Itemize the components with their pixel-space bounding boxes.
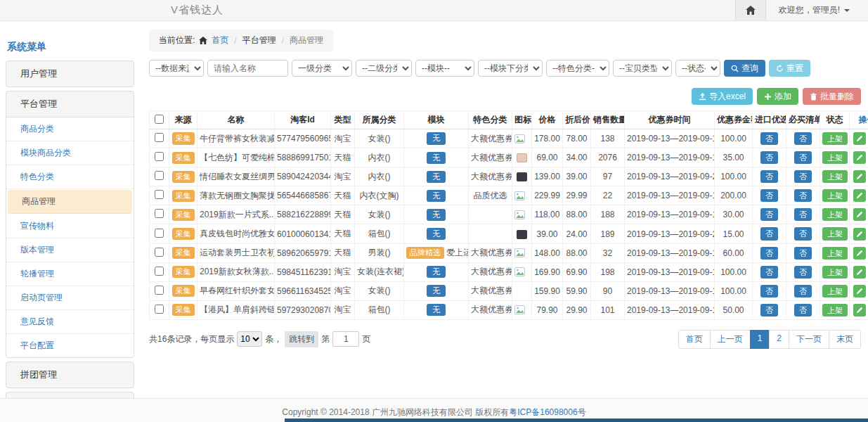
import-select-toggle[interactable]: 否 bbox=[760, 151, 778, 164]
pager-item-末页[interactable]: 末页 bbox=[829, 330, 861, 349]
edit-button[interactable] bbox=[853, 208, 866, 221]
per-page-select[interactable]: 10 bbox=[237, 331, 262, 347]
row-checkbox[interactable] bbox=[155, 229, 164, 238]
sidebar-item-启动页管理[interactable]: 启动页管理 bbox=[6, 286, 134, 310]
row-checkbox[interactable] bbox=[155, 248, 164, 257]
sidebar-item-轮播管理[interactable]: 轮播管理 bbox=[6, 262, 134, 286]
import-select-toggle[interactable]: 否 bbox=[760, 266, 778, 279]
status-toggle[interactable]: 上架 bbox=[822, 227, 848, 240]
row-checkbox[interactable] bbox=[155, 171, 164, 180]
must-buy-toggle[interactable]: 否 bbox=[794, 189, 812, 202]
import-select-toggle[interactable]: 否 bbox=[760, 170, 778, 183]
must-buy-toggle[interactable]: 否 bbox=[794, 132, 812, 145]
row-checkbox[interactable] bbox=[155, 190, 164, 199]
sidebar-item-意见反馈[interactable]: 意见反馈 bbox=[6, 310, 134, 334]
row-checkbox[interactable] bbox=[155, 152, 164, 161]
status-toggle[interactable]: 上架 bbox=[822, 247, 848, 260]
must-buy-toggle[interactable]: 否 bbox=[794, 208, 812, 221]
filter-select-2[interactable]: --二级分类-- bbox=[356, 60, 412, 77]
sidebar-item-平台配置[interactable]: 平台配置 bbox=[6, 334, 134, 357]
breadcrumb-home-link[interactable]: 首页 bbox=[212, 34, 228, 46]
filter-selects: 一级分类--二级分类----模块----模块下分类----特色分类----宝贝类… bbox=[292, 60, 720, 77]
jump-button[interactable]: 跳转到 bbox=[285, 331, 318, 347]
status-toggle[interactable]: 上架 bbox=[822, 170, 848, 183]
edit-button[interactable] bbox=[853, 285, 866, 298]
reset-button[interactable]: 重置 bbox=[769, 60, 810, 77]
must-buy-toggle[interactable]: 否 bbox=[794, 227, 812, 240]
import-excel-button[interactable]: 导入excel bbox=[692, 88, 753, 105]
source-cell: 采集 bbox=[169, 300, 197, 319]
data-source-select[interactable]: --数据来源-- bbox=[149, 60, 204, 77]
filter-select-1[interactable]: 一级分类 bbox=[292, 60, 352, 77]
sidebar-group-拼团管理[interactable]: 拼团管理 bbox=[6, 362, 134, 388]
import-select-toggle[interactable]: 否 bbox=[760, 247, 778, 260]
sidebar-item-特色分类[interactable]: 特色分类 bbox=[6, 165, 134, 189]
edit-button[interactable] bbox=[853, 170, 866, 183]
filter-select-7[interactable]: --状态-- bbox=[675, 60, 720, 77]
status-toggle[interactable]: 上架 bbox=[822, 151, 848, 164]
search-button[interactable]: 查询 bbox=[724, 60, 765, 77]
add-button[interactable]: 添加 bbox=[757, 88, 798, 105]
product-thumbnail bbox=[517, 153, 527, 162]
edit-button[interactable] bbox=[853, 189, 866, 202]
edit-button[interactable] bbox=[853, 304, 866, 316]
sidebar-group-用户管理[interactable]: 用户管理 bbox=[6, 61, 134, 87]
status-toggle[interactable]: 上架 bbox=[822, 132, 848, 145]
sidebar-item-宣传物料[interactable]: 宣传物料 bbox=[6, 215, 134, 238]
must-buy-toggle[interactable]: 否 bbox=[794, 151, 812, 164]
pager-item-1[interactable]: 1 bbox=[750, 330, 770, 349]
actions-cell bbox=[850, 224, 868, 243]
filter-select-5[interactable]: --特色分类-- bbox=[546, 60, 609, 77]
edit-button[interactable] bbox=[853, 266, 866, 279]
import-select-toggle[interactable]: 否 bbox=[760, 227, 778, 240]
filter-select-3[interactable]: --模块-- bbox=[415, 60, 474, 77]
must-buy-toggle[interactable]: 否 bbox=[794, 304, 812, 316]
must-buy-toggle[interactable]: 否 bbox=[794, 285, 812, 298]
pager-item-2[interactable]: 2 bbox=[769, 330, 789, 349]
pager-item-首页[interactable]: 首页 bbox=[678, 330, 711, 349]
price-cell: 148.00 bbox=[532, 243, 563, 262]
row-checkbox[interactable] bbox=[155, 286, 164, 295]
sidebar-item-商品分类[interactable]: 商品分类 bbox=[6, 117, 134, 141]
pager-item-上一页[interactable]: 上一页 bbox=[710, 330, 751, 349]
batch-delete-button[interactable]: 批量删除 bbox=[803, 88, 861, 105]
import-select-toggle[interactable]: 否 bbox=[760, 304, 778, 316]
user-menu[interactable]: 欢迎您，管理员! bbox=[766, 4, 868, 16]
select-all-checkbox[interactable] bbox=[155, 115, 164, 124]
home-button[interactable] bbox=[735, 0, 766, 20]
sidebar-item-版本管理[interactable]: 版本管理 bbox=[6, 238, 134, 262]
pager-item-下一页[interactable]: 下一页 bbox=[789, 330, 829, 349]
row-checkbox[interactable] bbox=[155, 267, 164, 276]
module-cell: 无 bbox=[404, 129, 469, 148]
must-buy-toggle[interactable]: 否 bbox=[794, 170, 812, 183]
edit-button[interactable] bbox=[853, 228, 866, 241]
sidebar-group-平台管理[interactable]: 平台管理 bbox=[6, 91, 134, 117]
status-toggle[interactable]: 上架 bbox=[822, 189, 848, 202]
status-toggle[interactable]: 上架 bbox=[822, 208, 848, 221]
status-cell: 上架 bbox=[820, 186, 850, 205]
import-select-toggle[interactable]: 否 bbox=[760, 285, 778, 298]
sidebar-item-商品管理[interactable]: 商品管理 bbox=[8, 190, 132, 214]
sidebar-item-模块商品分类[interactable]: 模块商品分类 bbox=[6, 141, 134, 165]
must-buy-toggle[interactable]: 否 bbox=[794, 266, 812, 279]
edit-button[interactable] bbox=[853, 151, 866, 164]
row-checkbox[interactable] bbox=[155, 133, 164, 142]
icp-link[interactable]: 粤ICP备16098006号 bbox=[509, 407, 585, 417]
import-select-toggle[interactable]: 否 bbox=[760, 189, 778, 202]
edit-button[interactable] bbox=[853, 132, 866, 145]
must-buy-toggle[interactable]: 否 bbox=[794, 247, 812, 260]
row-checkbox[interactable] bbox=[155, 209, 164, 218]
filter-select-6[interactable]: --宝贝类型-- bbox=[613, 60, 672, 77]
filter-select-4[interactable]: --模块下分类-- bbox=[478, 60, 543, 77]
jump-page-input[interactable] bbox=[332, 331, 359, 347]
name-search-input[interactable] bbox=[207, 60, 288, 77]
import-select-toggle[interactable]: 否 bbox=[760, 132, 778, 145]
import-select-toggle[interactable]: 否 bbox=[760, 208, 778, 221]
row-checkbox[interactable] bbox=[155, 305, 164, 314]
status-toggle[interactable]: 上架 bbox=[822, 285, 848, 298]
edit-button[interactable] bbox=[853, 247, 866, 260]
status-toggle[interactable]: 上架 bbox=[822, 266, 848, 279]
status-toggle[interactable]: 上架 bbox=[822, 304, 848, 316]
taoke-id-cell: 601000601341 bbox=[275, 224, 331, 243]
sidebar-group-省惠快报[interactable]: 省惠快报 bbox=[6, 392, 134, 398]
